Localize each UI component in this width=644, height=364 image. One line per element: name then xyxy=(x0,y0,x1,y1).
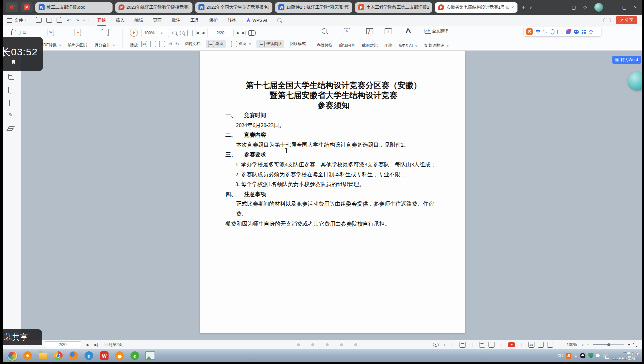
sogou-logo-icon[interactable]: S xyxy=(526,28,533,35)
fit-width-icon[interactable] xyxy=(159,41,165,47)
convert-to-word-button[interactable]: W 转为Word xyxy=(612,56,641,64)
rotate-left-icon[interactable]: ↺ xyxy=(168,41,172,47)
keyboard-icon[interactable] xyxy=(557,30,563,34)
tab-edit[interactable]: 编辑 xyxy=(130,15,148,26)
clock[interactable]: 下午 7:49 2024/4/8 星期一 xyxy=(612,351,639,360)
zoom-out-icon[interactable]: − xyxy=(172,31,177,35)
toolbox-grid-icon[interactable] xyxy=(582,30,586,34)
language-indicator[interactable]: CH xyxy=(557,354,563,358)
pdf-page[interactable]: 第十七届全国大学生结构设计竞赛分区赛（安徽） 暨第七届安徽省大学生结构设计竞赛 … xyxy=(200,51,465,333)
taskbar-chrome[interactable] xyxy=(53,351,63,361)
maximize-button[interactable]: ▢ xyxy=(622,5,627,10)
zoom-select[interactable]: 100% ∨ xyxy=(141,29,169,37)
microphone-icon[interactable] xyxy=(551,29,554,34)
avatar[interactable] xyxy=(594,3,603,12)
tab-doc-5[interactable]: P 土木工程学院教工第二支部汇报2.ppt xyxy=(355,2,432,13)
tab-tools[interactable]: 工具 xyxy=(185,15,204,26)
qq-tray-icon[interactable] xyxy=(580,353,585,358)
play-button[interactable] xyxy=(508,342,515,347)
tab-convert[interactable]: 转换 xyxy=(223,15,241,26)
taskbar-file-explorer[interactable] xyxy=(38,351,48,361)
thumbnails-panel-icon[interactable] xyxy=(8,74,14,80)
actual-size-icon[interactable]: 1:1 xyxy=(141,41,147,47)
tab-list-chevron-icon[interactable]: ∨ xyxy=(529,5,532,10)
taskbar-wps[interactable]: W xyxy=(99,351,109,361)
stamp-panel-icon[interactable] xyxy=(8,126,15,129)
split-merge-button[interactable]: 拆分合并∨ xyxy=(91,28,119,49)
sogou-tray-icon[interactable]: S xyxy=(566,353,571,359)
new-tab-button[interactable]: + xyxy=(520,4,527,11)
minimize-button[interactable]: — xyxy=(610,5,615,10)
tab-home[interactable]: 开始 xyxy=(92,15,111,26)
rotate-doc-button[interactable]: 旋转文档 xyxy=(182,40,203,48)
chinese-mode-icon[interactable]: 中 xyxy=(536,29,540,35)
redo-icon[interactable]: ↷ xyxy=(75,18,79,23)
tab-annotate[interactable]: 批注 xyxy=(167,15,185,26)
taskbar-image-viewer[interactable] xyxy=(145,351,155,361)
export-image-button[interactable]: 输出为图片 xyxy=(65,28,91,49)
last-page-button[interactable]: ▶| xyxy=(242,31,245,35)
taskbar-browser-orange[interactable] xyxy=(115,351,125,361)
undo-icon[interactable]: ↶ xyxy=(67,18,71,23)
find-replace-button[interactable]: 查找替换 xyxy=(316,28,332,49)
security-shield-icon[interactable] xyxy=(588,353,593,358)
fullscreen-icon[interactable] xyxy=(633,343,637,347)
share-button[interactable]: ↗ 分享 xyxy=(616,16,637,24)
zoom-in-icon[interactable]: + xyxy=(180,31,184,35)
wps-home-button[interactable]: W xyxy=(6,2,18,12)
taskbar-browser-360[interactable]: ★ xyxy=(23,351,33,361)
word-translate-button[interactable]: ⇅ 划词翻译 ∨ xyxy=(424,43,449,48)
page-number-input[interactable]: 2/20 xyxy=(207,29,234,37)
tab-doc-active[interactable]: P 安徽省第七届结构设计竞赛1号 ⊡ × xyxy=(435,2,517,13)
tab-close-icon[interactable]: × xyxy=(511,5,514,10)
zoom-percent[interactable]: 100% xyxy=(567,342,577,347)
assistant-floating-ball[interactable] xyxy=(628,72,642,90)
input-method-toolbar[interactable]: S 中 °， xyxy=(524,27,601,36)
previous-page-button[interactable]: ◀ xyxy=(202,31,204,35)
back-to-page-link[interactable]: 回到第2页 xyxy=(105,342,123,348)
attachments-panel-icon[interactable] xyxy=(9,100,10,106)
annotation-pen-icon[interactable]: ✎ xyxy=(8,112,13,118)
volume-icon[interactable] xyxy=(596,354,598,357)
full-translate-button[interactable]: A文 全文翻译 xyxy=(425,28,448,34)
robot-assistant-icon[interactable] xyxy=(574,30,579,34)
skin-icon[interactable] xyxy=(566,29,571,34)
network-icon[interactable] xyxy=(603,354,608,358)
file-menu-chevron-icon[interactable]: ∨ xyxy=(24,19,27,22)
tab-protect[interactable]: 保护 xyxy=(204,15,223,26)
play-slideshow-button[interactable]: 播放 xyxy=(127,28,141,49)
chevron-down-icon[interactable]: ∨ xyxy=(444,343,446,346)
tab-doc-4[interactable]: W 10附件2：皖江工学院“闻天班”管理 xyxy=(275,2,352,13)
app-box-icon[interactable]: ◇ xyxy=(583,5,587,10)
taskbar-firefox[interactable] xyxy=(69,351,79,361)
continuous-reading-button[interactable]: 连续阅读 xyxy=(256,40,284,48)
edit-content-button[interactable]: ✎ 编辑内容 xyxy=(339,28,355,49)
single-page-view-icon[interactable] xyxy=(479,342,485,348)
fit-screen-icon[interactable] xyxy=(538,342,544,348)
hand-tool-button[interactable]: 手型 xyxy=(9,28,29,37)
continuous-view-icon[interactable] xyxy=(460,342,466,348)
fit-page-icon[interactable] xyxy=(150,41,156,47)
double-page-button[interactable]: 双页 ∨ xyxy=(229,40,254,48)
taskbar-browser-green[interactable]: e xyxy=(130,351,140,361)
tab-page[interactable]: 页面 xyxy=(148,15,167,26)
single-page-button[interactable]: 单页 xyxy=(206,40,226,48)
tab-wps-ai[interactable]: WPS AI xyxy=(241,15,272,26)
zoom-out-button[interactable]: − xyxy=(587,342,589,347)
workspace-icon[interactable]: ▢ xyxy=(572,5,576,10)
punctuation-icon[interactable]: °， xyxy=(543,29,548,34)
double-page-view-icon[interactable] xyxy=(488,342,494,348)
search-button[interactable] xyxy=(272,15,286,26)
bookmark-icon[interactable] xyxy=(12,60,15,65)
pdf-app-button[interactable]: P xyxy=(21,2,33,12)
rotate-right-icon[interactable]: ↻ xyxy=(175,41,179,47)
reading-book-icon[interactable] xyxy=(248,30,256,36)
tab-doc-1[interactable]: W 教工二支部汇报.doc xyxy=(35,2,113,13)
wps-ai-button[interactable]: WPS AI∨ xyxy=(399,28,417,49)
file-menu[interactable]: 文件 xyxy=(14,17,23,23)
view-options-eye-icon[interactable] xyxy=(433,343,439,347)
new-page-icon[interactable] xyxy=(187,30,192,36)
next-page-button[interactable]: ▶ xyxy=(87,343,89,347)
zoom-in-button[interactable]: + xyxy=(628,342,630,347)
save-icon[interactable] xyxy=(46,18,52,23)
